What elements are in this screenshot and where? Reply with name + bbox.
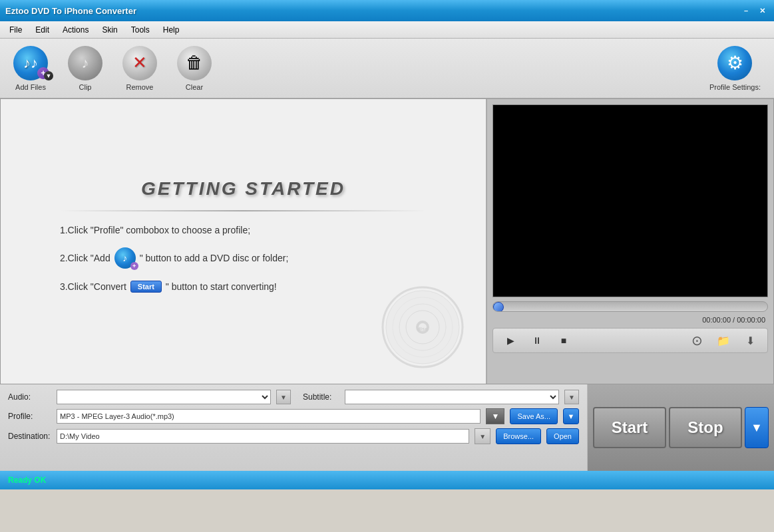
save-as-button[interactable]: Save As... (510, 408, 558, 424)
subtitle-select[interactable] (345, 390, 559, 404)
destination-label: Destination: (8, 432, 51, 441)
window-title: Eztoo DVD To iPhone Converter (5, 6, 136, 16)
step-3-prefix: 3.Click "Convert (60, 281, 126, 292)
menu-edit[interactable]: Edit (29, 23, 56, 37)
status-text: Ready OK (8, 475, 46, 485)
clip-label: Clip (79, 83, 92, 91)
clip-icon: ♪ (68, 46, 102, 80)
audio-label: Audio: (8, 392, 51, 402)
step-2-add-icon: ♪ + (114, 247, 136, 269)
toolbar: ♪ + ▼ Add Files ♪ Clip ✕ Remove 🗑 Clear … (0, 39, 774, 98)
gear-icon: ⚙ (727, 52, 743, 74)
profile-label: Profile: (8, 412, 51, 421)
step-mini-plus-badge: + (130, 262, 138, 270)
bottom-area: Audio: ▼ Subtitle: ▼ Profile: ▼ Save As.… (0, 384, 774, 471)
menu-actions[interactable]: Actions (56, 23, 95, 37)
destination-input[interactable] (57, 429, 469, 444)
title-controls: – ✕ (739, 5, 769, 17)
clip-button[interactable]: ♪ Clip (61, 43, 109, 94)
save-as-arrow[interactable]: ▼ (563, 408, 579, 424)
menu-bar: File Edit Actions Skin Tools Help (0, 21, 774, 39)
player-controls: ▶ ⏸ ■ ⊙ 📁 ⬇ (492, 328, 768, 353)
menu-tools[interactable]: Tools (124, 23, 156, 37)
audio-select-arrow[interactable]: ▼ (276, 390, 291, 404)
getting-started-divider (60, 210, 427, 211)
menu-file[interactable]: File (3, 23, 29, 37)
video-player-panel: 00:00:00 / 00:00:00 ▶ ⏸ ■ ⊙ 📁 ⬇ (487, 99, 773, 384)
menu-help[interactable]: Help (156, 23, 186, 37)
folder-button[interactable]: 📁 (711, 331, 735, 350)
stop-button[interactable]: ■ (552, 331, 576, 350)
profile-dropdown-arrow[interactable]: ▼ (486, 408, 504, 424)
subtitle-select-arrow[interactable]: ▼ (564, 390, 579, 404)
add-arrow-badge: ▼ (44, 71, 53, 80)
open-button[interactable]: Open (546, 428, 579, 444)
add-files-music-icon: ♪ (31, 55, 38, 72)
menu-skin[interactable]: Skin (95, 23, 124, 37)
start-stop-row: Start Stop ▼ (593, 407, 769, 448)
disc-watermark: disc (379, 284, 466, 370)
remove-button[interactable]: ✕ Remove (116, 43, 164, 94)
remove-x-icon: ✕ (132, 53, 147, 73)
subtitle-label: Subtitle: (303, 392, 339, 402)
clear-label: Clear (186, 83, 203, 91)
step-2-text: 2.Click "Add ♪ + " button to add a DVD d… (60, 247, 427, 269)
video-screen (492, 104, 768, 297)
getting-started-title: GETTING STARTED (141, 178, 345, 200)
screenshot-button[interactable]: ⊙ (685, 331, 709, 350)
close-button[interactable]: ✕ (755, 5, 769, 17)
profile-input[interactable] (57, 409, 481, 424)
status-bar: Ready OK (0, 471, 774, 489)
add-files-icon: ♪ + ▼ (13, 46, 48, 80)
destination-dropdown-arrow[interactable]: ▼ (475, 428, 490, 444)
profile-settings-label: Profile Settings: (709, 83, 761, 91)
main-content: GETTING STARTED 1.Click "Profile" combob… (0, 98, 774, 384)
browse-button[interactable]: Browse... (496, 428, 541, 444)
profile-settings-icon: ⚙ (717, 46, 752, 80)
clear-button[interactable]: 🗑 Clear (170, 43, 218, 94)
step-1-label: 1.Click "Profile" combobox to choose a p… (60, 225, 250, 235)
audio-subtitle-row: Audio: ▼ Subtitle: ▼ (8, 390, 579, 404)
step-3-text: 3.Click "Convert Start " button to start… (60, 281, 427, 293)
play-button[interactable]: ▶ (498, 331, 522, 350)
step-mini-music-icon: ♪ (122, 253, 127, 263)
bottom-controls: Audio: ▼ Subtitle: ▼ Profile: ▼ Save As.… (0, 384, 588, 471)
getting-started-panel: GETTING STARTED 1.Click "Profile" combob… (1, 99, 487, 384)
audio-select[interactable] (57, 390, 271, 404)
add-files-button[interactable]: ♪ + ▼ Add Files (7, 43, 55, 94)
download-button[interactable]: ⬇ (738, 331, 762, 350)
progress-thumb (493, 302, 504, 312)
profile-settings-button[interactable]: ⚙ Profile Settings: (703, 43, 767, 94)
clear-trash-icon: 🗑 (186, 53, 203, 73)
progress-bar[interactable] (492, 301, 768, 312)
stop-button[interactable]: Stop (669, 407, 742, 448)
title-bar: Eztoo DVD To iPhone Converter – ✕ (0, 0, 774, 21)
down-button[interactable]: ▼ (745, 407, 769, 448)
clear-icon: 🗑 (177, 46, 212, 80)
step-3-suffix: " button to start converting! (166, 281, 277, 292)
step-2-suffix: " button to add a DVD disc or folder; (140, 253, 289, 263)
remove-icon: ✕ (122, 46, 157, 80)
pause-button[interactable]: ⏸ (525, 331, 549, 350)
step-2-prefix: 2.Click "Add (60, 253, 110, 263)
minimize-button[interactable]: – (739, 5, 753, 17)
remove-label: Remove (126, 83, 154, 91)
time-display: 00:00:00 / 00:00:00 (492, 316, 768, 324)
destination-row: Destination: ▼ Browse... Open (8, 428, 579, 444)
step-3-start-btn: Start (130, 281, 162, 293)
svg-text:disc: disc (417, 326, 429, 332)
add-files-label: Add Files (15, 83, 46, 91)
profile-row: Profile: ▼ Save As... ▼ (8, 408, 579, 424)
start-button[interactable]: Start (593, 407, 666, 448)
step-1-text: 1.Click "Profile" combobox to choose a p… (60, 225, 427, 235)
start-stop-panel: Start Stop ▼ (588, 384, 774, 471)
clip-music-icon: ♪ (82, 55, 89, 72)
